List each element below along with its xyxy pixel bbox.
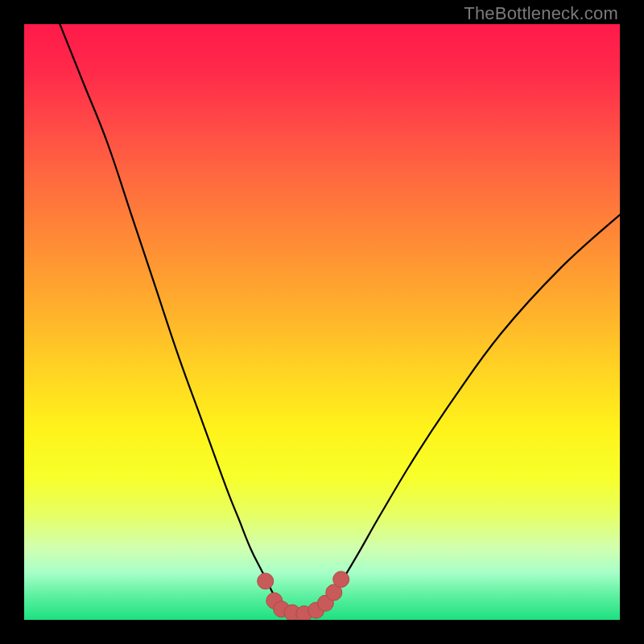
chart-frame: TheBottleneck.com bbox=[0, 0, 644, 644]
watermark-text: TheBottleneck.com bbox=[464, 3, 618, 24]
chart-svg bbox=[24, 24, 620, 620]
bottom-beads-group bbox=[258, 572, 349, 620]
plot-area bbox=[24, 24, 620, 620]
bead-marker bbox=[258, 573, 274, 589]
bead-marker bbox=[333, 572, 349, 588]
bottleneck-curve bbox=[60, 24, 620, 614]
